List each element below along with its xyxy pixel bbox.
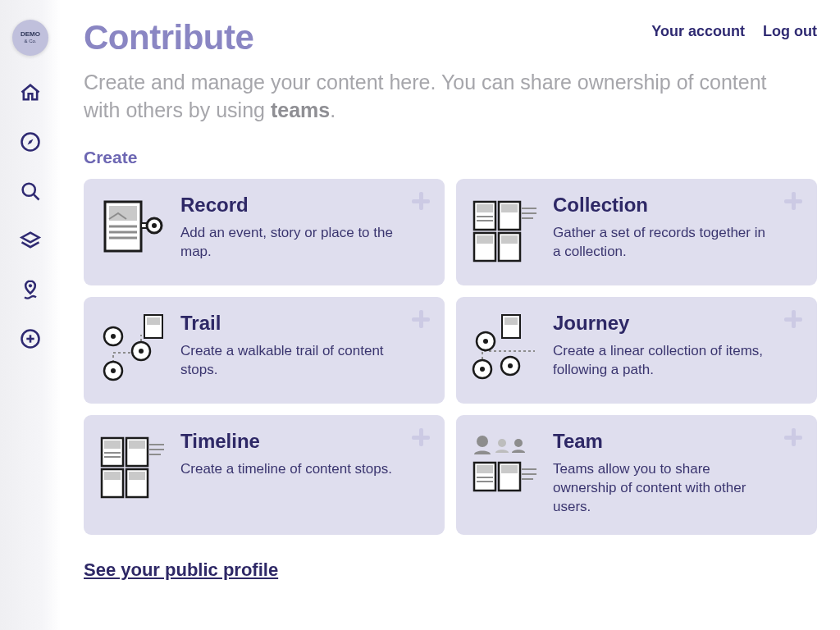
card-team[interactable]: Team Teams allow you to share ownership … xyxy=(456,415,817,535)
svg-rect-39 xyxy=(504,317,518,325)
svg-rect-63 xyxy=(477,465,493,473)
sidebar: DEMO & Co. xyxy=(0,0,61,630)
page-title: Contribute xyxy=(84,18,253,57)
svg-point-35 xyxy=(139,349,144,354)
svg-rect-10 xyxy=(109,206,137,221)
card-title: Record xyxy=(180,194,427,217)
svg-point-59 xyxy=(477,436,488,447)
card-title: Team xyxy=(553,430,799,453)
plus-icon xyxy=(410,190,431,212)
card-desc: Teams allow you to share ownership of co… xyxy=(553,459,766,517)
card-desc: Gather a set of records together in a co… xyxy=(553,223,766,262)
svg-rect-56 xyxy=(104,472,121,480)
svg-point-43 xyxy=(508,363,513,368)
brand-line2: & Co. xyxy=(24,39,36,44)
layers-icon[interactable] xyxy=(18,228,43,253)
svg-point-37 xyxy=(111,368,116,373)
trail-icon xyxy=(98,312,166,386)
card-desc: Create a walkable trail of content stops… xyxy=(180,341,394,380)
card-trail[interactable]: Trail Create a walkable trail of content… xyxy=(84,297,445,404)
record-icon xyxy=(98,194,166,267)
svg-point-16 xyxy=(152,223,157,228)
compass-icon[interactable] xyxy=(18,130,43,154)
card-title: Collection xyxy=(553,194,799,217)
main-content: Contribute Your account Log out Create a… xyxy=(61,0,840,630)
pin-route-icon[interactable] xyxy=(18,277,43,302)
create-heading: Create xyxy=(84,148,817,167)
svg-point-41 xyxy=(483,339,488,344)
card-title: Timeline xyxy=(180,430,427,453)
add-circle-icon[interactable] xyxy=(18,326,43,351)
svg-point-2 xyxy=(23,184,35,196)
svg-rect-67 xyxy=(501,465,518,473)
svg-rect-22 xyxy=(501,204,518,212)
timeline-icon xyxy=(98,430,166,504)
team-icon xyxy=(471,430,538,504)
intro-prefix: Create and manage your content here. You… xyxy=(84,71,767,121)
svg-point-61 xyxy=(514,439,523,447)
svg-point-45 xyxy=(480,367,485,372)
logout-link[interactable]: Log out xyxy=(763,23,817,40)
home-icon[interactable] xyxy=(18,80,43,105)
card-journey[interactable]: Journey Create a linear collection of it… xyxy=(456,297,817,404)
plus-icon xyxy=(783,308,804,330)
account-link[interactable]: Your account xyxy=(651,23,745,40)
svg-point-60 xyxy=(498,439,506,447)
svg-rect-58 xyxy=(129,472,145,480)
svg-rect-31 xyxy=(147,317,160,325)
collection-icon xyxy=(471,194,538,267)
top-links: Your account Log out xyxy=(651,18,817,40)
intro-suffix: . xyxy=(330,98,336,121)
card-title: Trail xyxy=(180,312,427,335)
brand-line1: DEMO xyxy=(21,31,40,39)
create-cards: Record Add an event, story or place to t… xyxy=(84,179,817,535)
svg-point-5 xyxy=(29,284,32,287)
svg-rect-29 xyxy=(501,235,518,244)
plus-icon xyxy=(783,190,804,212)
svg-rect-18 xyxy=(477,204,493,212)
card-timeline[interactable]: Timeline Create a timeline of content st… xyxy=(84,415,445,535)
intro-bold: teams xyxy=(271,98,330,121)
plus-icon xyxy=(410,427,431,448)
card-record[interactable]: Record Add an event, story or place to t… xyxy=(84,179,445,285)
svg-marker-4 xyxy=(22,233,39,243)
plus-icon xyxy=(410,308,431,330)
card-collection[interactable]: Collection Gather a set of records toget… xyxy=(456,179,817,285)
search-icon[interactable] xyxy=(18,179,43,203)
card-desc: Create a linear collection of items, fol… xyxy=(553,341,766,380)
svg-marker-1 xyxy=(28,139,34,145)
svg-rect-27 xyxy=(477,235,493,244)
svg-point-33 xyxy=(111,334,116,339)
svg-line-3 xyxy=(34,194,39,199)
svg-rect-47 xyxy=(104,441,121,449)
card-desc: Add an event, story or place to the map. xyxy=(180,223,394,262)
plus-icon xyxy=(783,427,804,448)
page-intro: Create and manage your content here. You… xyxy=(84,69,806,125)
card-desc: Create a timeline of content stops. xyxy=(180,459,394,478)
brand-logo[interactable]: DEMO & Co. xyxy=(12,20,48,56)
svg-rect-51 xyxy=(129,441,145,449)
public-profile-link[interactable]: See your public profile xyxy=(84,559,278,581)
card-title: Journey xyxy=(553,312,799,335)
journey-icon xyxy=(471,312,538,386)
